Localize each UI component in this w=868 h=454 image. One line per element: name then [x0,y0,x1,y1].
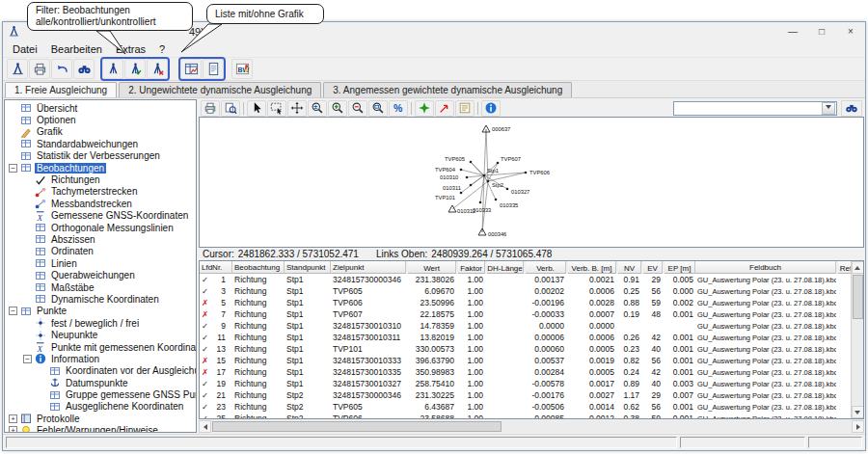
tree-item-messbandstrecken[interactable]: Messbandstrecken [5,198,196,209]
tree-item-punkte-mit-gemessenen-koordinaten[interactable]: XPunkte mit gemessenen Koordinaten [5,341,196,353]
select-rect-tool-button[interactable] [267,100,286,117]
tree-item-linien[interactable]: Linien [5,257,196,269]
tree-item-bersicht[interactable]: Übersicht [5,102,196,114]
tree-item-information[interactable]: −Information [5,353,196,364]
column-header-lfd[interactable]: LfdNr. [200,261,232,274]
tab-2[interactable]: 2. Ungewichtete dynamische Ausgleichung [119,82,321,97]
table-row[interactable]: ✓9RichtungStp132481573001031014.783591.0… [200,320,851,332]
tree-item-ma-st-be[interactable]: Maßstäbe [5,281,196,293]
table-row[interactable]: ✓1RichtungStp1324815730000346231.380261.… [200,274,851,285]
table-row[interactable]: ✓25RichtungStp2TVP60623.586881.000.00085… [200,413,851,418]
column-header-dhlaenge[interactable]: DH-Länge [487,261,524,274]
tree-item-beobachtungen[interactable]: −Beobachtungen [5,162,196,174]
report-button[interactable]: BW [231,59,253,79]
column-header-ep[interactable]: EP [m] [665,261,695,274]
zoom-window-button[interactable] [368,100,388,117]
tree-item-ordinaten[interactable]: Ordinaten [5,246,196,257]
properties-button[interactable] [455,100,475,117]
zoom-100-button[interactable]: % [389,100,408,117]
collapse-box-icon[interactable]: − [9,307,17,315]
filter-all-observations-button[interactable] [102,59,123,79]
zoom-out-button[interactable] [348,100,367,117]
table-row[interactable]: ✗5RichtungStp1TVP60623.509961.00-0.00196… [200,297,851,308]
maximize-button[interactable]: □ [807,22,836,40]
tree-item-fest-beweglich-frei[interactable]: fest / beweglich / frei [5,317,196,329]
scroll-down-button[interactable] [852,406,864,418]
print-preview-button[interactable] [221,100,240,117]
horizontal-scroll-thumb[interactable] [212,421,502,432]
zoom-in-button[interactable] [328,100,347,117]
column-header-ref[interactable]: Ref-Nr. [838,261,851,274]
tab-3[interactable]: 3. Angemessen gewichtete dynamische Ausg… [323,82,572,97]
list-without-graphic-button[interactable] [203,59,224,79]
column-header-standpunkt[interactable]: Standpunkt [285,261,331,274]
tree-item-orthogonale-messungslinien[interactable]: Orthogonale Messungslinien [5,222,196,233]
expand-box-icon[interactable]: + [9,414,17,423]
vertical-scrollbar[interactable] [851,261,863,418]
tree-item-neupunkte[interactable]: Neupunkte [5,329,196,340]
menu-[interactable]: ? [152,42,172,56]
tree-item-koordinaten-vor-der-ausgleichung[interactable]: Koordinaten vor der Ausgleichung [5,365,196,377]
info-button[interactable] [481,100,501,117]
pointer-tool-button[interactable] [247,100,266,117]
vertical-scroll-thumb[interactable] [853,275,863,319]
column-header-wert[interactable]: Wert [408,261,456,274]
tab-1[interactable]: 1. Freie Ausgleichung [5,82,117,97]
tree-item-protokolle[interactable]: +Protokolle [5,413,196,424]
tree-item-querabweichungen[interactable]: Querabweichungen [5,269,196,280]
scroll-up-button[interactable] [852,261,864,274]
column-header-ev[interactable]: EV [643,261,663,274]
tree-item-datumspunkte[interactable]: Datumspunkte [5,377,196,388]
tree-item-standardabweichungen[interactable]: Standardabweichungen [5,138,196,149]
tree-item-tachymeterstrecken[interactable]: Tachymeterstrecken [5,186,196,198]
project-button[interactable] [7,59,28,79]
pan-tool-button[interactable] [287,100,307,117]
column-header-beobachtung[interactable]: Beobachtung [232,261,285,274]
table-row[interactable]: ✓11RichtungStp132481573001031113.820191.… [200,332,851,343]
undo-button[interactable] [51,59,72,79]
column-header-verb[interactable]: Verb. [526,261,566,274]
table-row[interactable]: ✓21RichtungStp2324815730000346231.302251… [200,389,851,401]
find-button[interactable] [73,59,95,79]
fit-view-button[interactable] [415,100,434,117]
column-header-nv[interactable]: NV [618,261,641,274]
zoom-dynamic-button[interactable]: ± [308,100,327,117]
column-header-faktor[interactable]: Faktor [458,261,485,274]
filter-controlled-observations-button[interactable] [124,59,146,79]
table-row[interactable]: ✗7RichtungStp1TVP60722.185751.00-0.00033… [200,308,851,320]
tree-item-optionen[interactable]: Optionen [5,114,196,125]
table-row[interactable]: ✗17RichtungStp1324815730010335350.989831… [200,366,851,378]
tree-item-richtungen[interactable]: Richtungen [5,174,196,185]
table-row[interactable]: ✓3RichtungStp1TVP6056.096701.000.002020.… [200,285,851,297]
column-header-zielpunkt[interactable]: Zielpunkt [331,261,406,274]
minimize-button[interactable]: — [778,22,807,40]
table-row[interactable]: ✓23RichtungStp2TVP6056.436871.00-0.00506… [200,401,851,413]
combobox-dropdown-button[interactable] [822,102,835,115]
column-header-verbb[interactable]: Verb. B. [m] [568,261,616,274]
column-header-feldbuch[interactable]: Feldbuch [695,261,836,274]
filter-uncontrolled-observations-button[interactable] [147,59,168,79]
tree-item-ausgeglichene-koordinaten[interactable]: Ausgeglichene Koordinaten [5,401,196,413]
expand-box-icon[interactable]: + [9,426,17,433]
graphic-canvas[interactable]: 000637000346010312TVP606TVP605TVP607TVP6… [199,117,864,248]
tree-item-gruppe-gemessene-gnss-punkte[interactable]: Gruppe gemessene GNSS Punkte [5,388,196,400]
graphic-search-combobox[interactable] [673,101,837,116]
tree-item-punkte[interactable]: −Punkte [5,306,196,317]
collapse-box-icon[interactable]: − [9,164,17,173]
print-graphic-button[interactable] [201,100,220,117]
menu-datei[interactable]: Datei [6,42,44,56]
collapse-box-icon[interactable]: − [23,355,32,363]
find-point-button[interactable] [841,100,862,117]
tree-item-fehler-warnungen-hinweise[interactable]: +Fehler/Warnungen/Hinweise [5,425,196,433]
scroll-left-button[interactable] [199,420,211,433]
tree-item-abszissen[interactable]: Abszissen [5,233,196,245]
horizontal-scrollbar[interactable] [199,420,864,433]
table-row[interactable]: ✗15RichtungStp1324815730010333396.637901… [200,355,851,366]
list-with-graphic-button[interactable] [180,59,202,79]
tree-item-statistik-der-verbesserungen[interactable]: Statistik der Verbesserungen [5,150,196,162]
tree-item-gemessene-gnss-koordinaten[interactable]: XGemessene GNSS-Koordinaten [5,210,196,222]
redline-button[interactable] [435,100,454,117]
tree-item-grafik[interactable]: Grafik [5,126,196,138]
print-button[interactable] [29,59,50,79]
close-button[interactable]: × [836,22,865,40]
